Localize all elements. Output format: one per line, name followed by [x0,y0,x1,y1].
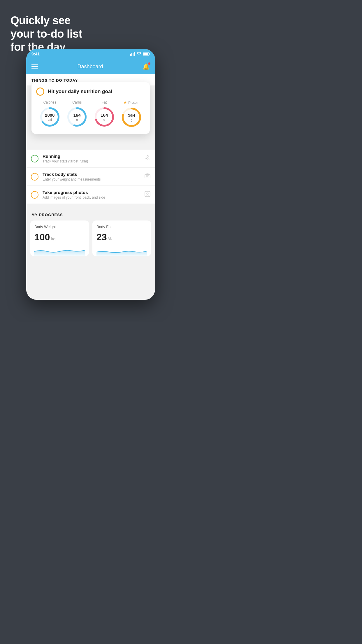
nav-bar: Dashboard 🔔 [26,59,155,74]
headline: Quickly see your to-do list for the day. [10,14,82,54]
running-icon [144,155,150,162]
time: 9:41 [31,52,40,56]
protein-circle: 164 g [121,106,142,128]
svg-rect-0 [130,54,131,56]
svg-rect-1 [131,53,132,56]
running-subtitle: Track your stats (target: 5km) [43,159,140,163]
protein-label: ★ Protein [124,100,139,105]
svg-rect-6 [143,53,148,55]
macros-row: Calories 2000 cal [36,100,145,128]
calories-circle: 2000 cal [39,106,61,128]
svg-rect-3 [134,52,135,56]
fat-unit: g [101,118,108,121]
body-stats-title: Track body stats [43,172,140,177]
photos-check [31,191,38,199]
fat-label: Fat [102,100,107,104]
phone-mockup: 9:41 [26,49,155,300]
carbs-value: 164 [73,113,81,118]
todo-item-running[interactable]: Running Track your stats (target: 5km) [26,150,155,168]
body-weight-wave [34,246,85,256]
todo-item-body-stats[interactable]: Track body stats Enter your weight and m… [26,168,155,186]
photos-title: Take progress photos [43,190,140,195]
todo-list: Running Track your stats (target: 5km) T… [26,150,155,204]
photos-icon [145,191,150,198]
photos-subtitle: Add images of your front, back, and side [43,195,140,200]
calories-value: 2000 [45,113,55,118]
body-stats-subtitle: Enter your weight and measurements [43,177,140,181]
svg-rect-5 [149,53,150,55]
macro-calories: Calories 2000 cal [39,100,61,128]
notification-dot [148,62,150,65]
macro-protein: ★ Protein 164 g [121,100,142,128]
protein-value: 164 [128,113,135,118]
svg-rect-16 [147,174,148,175]
body-weight-card[interactable]: Body Weight 100 kg [30,220,89,256]
progress-header: MY PROGRESS [26,210,155,220]
running-title: Running [43,154,140,159]
svg-rect-2 [133,53,133,56]
signal-icon [130,52,135,56]
calories-label: Calories [43,100,56,104]
hamburger-menu[interactable] [31,64,38,69]
fat-value: 164 [101,113,108,118]
progress-section: MY PROGRESS Body Weight 100 kg [26,210,155,261]
nutrition-card-title: Hit your daily nutrition goal [48,89,112,94]
body-weight-title: Body Weight [34,225,85,229]
content-area: THINGS TO DO TODAY Hit your daily nutrit… [26,74,155,300]
svg-point-18 [147,193,148,195]
photos-text: Take progress photos Add images of your … [43,190,140,200]
progress-cards: Body Weight 100 kg [26,220,155,256]
wifi-icon [137,52,141,56]
carbs-label: Carbs [72,100,82,104]
card-title-row: Hit your daily nutrition goal [36,88,145,96]
body-weight-value: 100 [34,232,50,243]
carbs-unit: g [73,118,81,121]
body-weight-unit: kg [51,237,55,241]
body-stats-icon [145,173,150,180]
status-bar: 9:41 [26,49,155,59]
svg-rect-15 [145,174,150,178]
body-stats-text: Track body stats Enter your weight and m… [43,172,140,181]
bell-icon[interactable]: 🔔 [143,63,150,70]
protein-unit: g [128,118,135,121]
battery-icon [143,52,150,56]
body-fat-card[interactable]: Body Fat 23 % [92,220,151,256]
body-stats-check [31,173,38,181]
carbs-circle: 164 g [66,106,88,128]
calories-unit: cal [45,118,55,121]
macro-carbs: Carbs 164 g [66,100,88,128]
svg-rect-17 [145,191,150,197]
running-text: Running Track your stats (target: 5km) [43,154,140,163]
todo-item-photos[interactable]: Take progress photos Add images of your … [26,186,155,204]
body-fat-value-row: 23 % [96,232,147,243]
body-fat-value: 23 [96,232,107,243]
fat-circle: 164 g [94,106,115,128]
body-weight-value-row: 100 kg [34,232,85,243]
body-fat-unit: % [108,237,112,241]
nutrition-card[interactable]: Hit your daily nutrition goal Calories [31,82,150,134]
star-icon: ★ [124,100,127,105]
body-fat-title: Body Fat [96,225,147,229]
macro-fat: Fat 164 g [94,100,115,128]
nutrition-check-circle [36,88,44,96]
status-icons [130,52,150,56]
body-fat-wave [96,246,147,256]
nav-title: Dashboard [77,64,103,70]
running-check [31,155,38,162]
